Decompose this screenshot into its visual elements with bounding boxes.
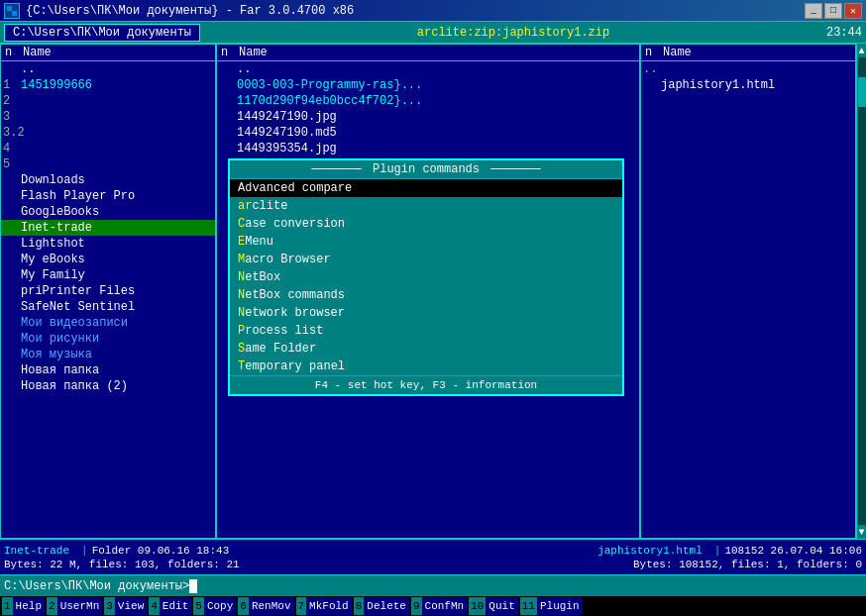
list-item[interactable] [641,283,855,299]
list-item[interactable] [641,315,855,331]
fkey-number: 9 [411,597,422,615]
list-item[interactable]: Inet-trade [1,220,215,236]
list-item[interactable] [641,172,855,188]
fkey-number: 3 [104,597,115,615]
scrollbar-thumb[interactable] [858,77,866,107]
list-item[interactable]: 1449395354.jpg [217,141,639,156]
plugin-menu-item[interactable]: Network browser [230,304,622,322]
left-status-info: Folder 09.06.16 18:43 [92,545,230,557]
list-item[interactable]: 3.2 [1,125,215,141]
list-item[interactable]: Мои рисунки [1,331,215,347]
fkey-label: View [115,597,147,615]
fkey-item[interactable]: 3View [104,597,147,615]
list-item[interactable]: 1449247190.md5 [217,125,639,141]
plugin-menu-item[interactable]: Advanced compare [230,179,622,197]
list-item[interactable]: My Family [1,267,215,283]
fkey-item[interactable]: 10Quit [469,597,518,615]
list-item[interactable]: 1449247190.jpg [217,109,639,125]
plugin-menu-item[interactable]: Temporary panel [230,358,622,375]
plugin-menu-item[interactable]: Macro Browser [230,251,622,268]
scrollbar-up-arrow[interactable]: ▲ [858,44,864,57]
fkey-item[interactable]: 6RenMov [238,597,293,615]
fkey-item[interactable]: 8Delete [354,597,409,615]
right-panel: n Name ..japhistory1.html [640,44,856,539]
list-item[interactable] [641,362,855,378]
cmd-prompt-text: C:\Users\ПК\Мои документы> [4,579,189,593]
maximize-button[interactable]: □ [824,3,842,19]
list-item[interactable] [641,125,855,141]
list-item[interactable] [641,378,855,394]
list-item[interactable] [641,156,855,172]
list-item[interactable]: .. [641,61,855,77]
list-item[interactable] [641,220,855,236]
scrollbar-down-arrow[interactable]: ▼ [858,525,864,539]
list-item[interactable]: 4 [1,141,215,156]
list-item[interactable]: japhistory1.html [641,77,855,93]
scrollbar[interactable]: ▲ ▼ [856,44,866,539]
list-item[interactable] [641,93,855,109]
fkey-item[interactable]: 2UserMn [47,597,102,615]
list-item[interactable] [641,188,855,204]
left-col-n-header: n [3,46,21,59]
plugin-menu-item[interactable]: EMenu [230,233,622,251]
list-item[interactable]: 0003-003-Programmy-ras}... [217,77,639,93]
left-panel-rows: ..11451999666233.245DownloadsFlash Playe… [1,61,215,538]
fkey-item[interactable]: 5Copy [193,597,236,615]
list-item[interactable]: 3 [1,109,215,125]
fkey-label: Edit [160,597,191,615]
plugin-menu-item[interactable]: NetBox [230,268,622,286]
fkey-item[interactable]: 4Edit [149,597,191,615]
title-text: {C:\Users\ПК\Мои документы} - Far 3.0.47… [26,4,805,18]
minimize-button[interactable]: _ [805,3,822,19]
list-item[interactable]: 5 [1,156,215,172]
plugin-menu-item[interactable]: arclite [230,197,622,215]
list-item[interactable] [641,204,855,220]
plugin-menu-item[interactable]: Case conversion [230,215,622,233]
list-item[interactable]: priPrinter Files [1,283,215,299]
plugin-menu-item[interactable]: NetBox commands [230,286,622,304]
right-path[interactable]: arclite:zip:japhistory1.zip [409,25,617,41]
scrollbar-track[interactable] [858,57,866,525]
list-item[interactable]: 1170d290f94eb0bcc4f702}... [217,93,639,109]
list-item[interactable] [641,331,855,347]
list-item[interactable]: Flash Player Pro [1,188,215,204]
list-item[interactable]: SafeNet Sentinel [1,299,215,315]
cmd-cursor [189,579,197,593]
list-item[interactable] [641,267,855,283]
list-item[interactable]: Новая папка (2) [1,378,215,394]
right-panel-header: n Name [641,45,855,61]
list-item[interactable]: Lightshot [1,236,215,252]
left-path[interactable]: C:\Users\ПК\Мои документы [4,24,200,42]
list-item[interactable]: .. [1,61,215,77]
list-item[interactable]: 11451999666 [1,77,215,93]
list-item[interactable]: Downloads [1,172,215,188]
list-item[interactable]: Мои видеозаписи [1,315,215,331]
plugin-menu-item[interactable]: Process list [230,322,622,340]
list-item[interactable]: My eBooks [1,252,215,267]
svg-rect-1 [7,6,12,11]
list-item[interactable]: 2 [1,93,215,109]
list-item[interactable]: GoogleBooks [1,204,215,220]
fkey-item[interactable]: 1Help [2,597,45,615]
fkey-number: 8 [354,597,365,615]
list-item[interactable] [641,236,855,252]
list-item[interactable]: Моя музыка [1,347,215,362]
fkey-label: Quit [486,597,517,615]
mid-panel-header: n Name [217,45,639,61]
list-item[interactable] [641,347,855,362]
list-item[interactable] [641,252,855,267]
plugin-menu-item[interactable]: Same Folder [230,340,622,358]
list-item[interactable] [641,109,855,125]
list-item[interactable] [641,141,855,156]
fkey-number: 11 [520,597,537,615]
cmd-prompt[interactable]: C:\Users\ПК\Мои документы> [0,574,866,596]
fkey-item[interactable]: 11Plugin [520,597,583,615]
fkey-label: UserMn [57,597,103,615]
fkey-number: 5 [193,597,204,615]
list-item[interactable]: Новая папка [1,362,215,378]
fkey-item[interactable]: 9ConfMn [411,597,467,615]
fkey-item[interactable]: 7MkFold [296,597,352,615]
list-item[interactable]: .. [217,61,639,77]
close-button[interactable]: ✕ [844,3,862,19]
list-item[interactable] [641,299,855,315]
